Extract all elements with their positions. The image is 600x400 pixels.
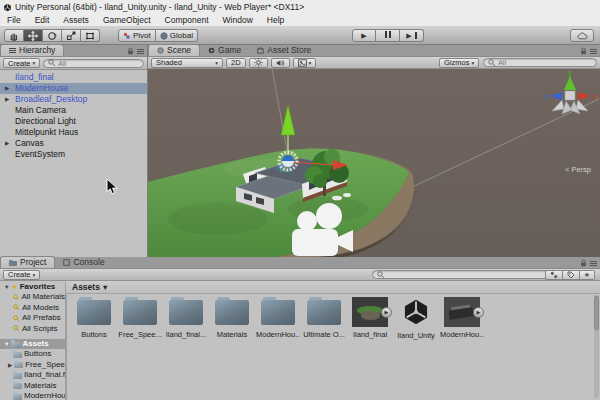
scale-tool-button[interactable] <box>62 29 81 42</box>
rect-tool-button[interactable] <box>81 29 100 42</box>
tree-item-free-speed[interactable]: ▶Free_Speed <box>0 360 65 370</box>
global-toggle-button[interactable]: Global <box>156 29 198 42</box>
console-tab-icon <box>63 259 70 266</box>
save-search-button[interactable]: ★ <box>580 270 595 280</box>
tab-hierarchy[interactable]: Hierarchy <box>0 44 64 56</box>
saved-search-icon <box>13 315 20 322</box>
assets-root[interactable]: ▼Assets <box>0 339 65 349</box>
expand-arrow-icon[interactable]: ▶ <box>8 360 12 370</box>
rotate-icon <box>47 31 57 41</box>
folder-icon <box>13 373 22 379</box>
tree-item-buttons[interactable]: Buttons <box>0 349 65 359</box>
effects-dropdown-button[interactable]: ▾ <box>293 58 317 68</box>
hand-tool-button[interactable] <box>4 29 24 42</box>
breadcrumb-assets[interactable]: Assets <box>72 282 100 292</box>
expand-badge-icon[interactable]: ▶ <box>473 307 484 318</box>
panel-menu-icon[interactable] <box>590 48 597 55</box>
search-by-label-button[interactable] <box>563 270 580 280</box>
hierarchy-item-iland-final[interactable]: Iland_final <box>0 72 147 83</box>
asset-model-iland-final[interactable]: ▶ Iland_final <box>348 297 392 339</box>
light-gizmo-icon[interactable] <box>277 150 299 172</box>
collapse-arrow-icon[interactable]: ▼ <box>4 282 9 292</box>
tree-item-all-scripts[interactable]: All Scripts <box>0 324 65 334</box>
scrollbar-thumb[interactable] <box>594 296 599 330</box>
hierarchy-item-broadleaf-desktop[interactable]: ▶Broadleaf_Desktop <box>0 94 147 105</box>
collapse-arrow-icon[interactable]: ▼ <box>4 339 9 349</box>
expand-arrow-icon[interactable]: ▶ <box>5 83 9 94</box>
hierarchy-item-modernhouse[interactable]: ▶ModernHouse <box>0 83 147 94</box>
scene-viewport[interactable]: y x z < Persp <box>148 69 600 258</box>
tab-game[interactable]: Game <box>200 44 249 56</box>
hierarchy-create-button[interactable]: Create▾ <box>3 58 40 68</box>
hierarchy-item-main-camera[interactable]: Main Camera <box>0 105 147 116</box>
shading-mode-dropdown[interactable]: Shaded▾ <box>151 58 223 68</box>
asset-scene-iland-unity[interactable]: Iland_Unity <box>394 297 438 340</box>
pivot-toggle-button[interactable]: Pivot <box>118 29 156 42</box>
lock-icon[interactable] <box>580 47 587 55</box>
tab-project[interactable]: Project <box>0 256 55 268</box>
tab-asset-store[interactable]: Asset Store <box>249 44 319 56</box>
folder-icon <box>123 300 157 325</box>
asset-folder-free-speed[interactable]: Free_Spee... <box>118 297 162 339</box>
tree-item-all-models[interactable]: All Models <box>0 303 65 313</box>
persp-label[interactable]: < Persp <box>565 165 591 174</box>
tree-item-iland-final[interactable]: Iland_final.f <box>0 370 65 380</box>
asset-folder-buttons[interactable]: Buttons <box>72 297 116 339</box>
tree-item-modernhouse[interactable]: ModernHous <box>0 391 65 400</box>
tab-console[interactable]: Console <box>55 256 112 268</box>
tree-item-all-materials[interactable]: All Materials <box>0 292 65 302</box>
bench-object[interactable] <box>332 196 342 201</box>
gizmos-dropdown[interactable]: Gizmos▾ <box>439 58 479 68</box>
lighting-toggle-button[interactable] <box>249 58 268 68</box>
menu-component[interactable]: Component <box>158 14 216 27</box>
hierarchy-item-eventsystem[interactable]: EventSystem <box>0 149 147 160</box>
lock-icon[interactable] <box>127 47 134 55</box>
menu-file[interactable]: File <box>0 14 28 27</box>
expand-arrow-icon[interactable]: ▶ <box>5 138 9 149</box>
project-search-input[interactable] <box>372 270 552 279</box>
grid-scrollbar[interactable] <box>594 295 599 398</box>
star-icon: ★ <box>584 271 590 279</box>
tree-item-materials[interactable]: Materials <box>0 381 65 391</box>
expand-arrow-icon[interactable]: ▶ <box>5 94 9 105</box>
asset-model-modernhouse[interactable]: ▶ ModernHou... <box>440 297 484 339</box>
bench-object[interactable] <box>343 193 351 197</box>
cloud-services-button[interactable] <box>570 29 594 42</box>
folder-icon <box>77 300 111 325</box>
hierarchy-item-canvas[interactable]: ▶Canvas <box>0 138 147 149</box>
expand-badge-icon[interactable]: ▶ <box>381 307 392 318</box>
window-title: Unity Personal (64bit) - Iland_Unity.uni… <box>15 2 304 12</box>
audio-toggle-button[interactable] <box>271 58 290 68</box>
panel-menu-icon[interactable] <box>137 48 144 55</box>
move-tool-button[interactable] <box>24 29 43 42</box>
scene-toolbar: Shaded▾ 2D ▾ Gizmos▾ All <box>148 57 600 69</box>
tree-item-all-prefabs[interactable]: All Prefabs <box>0 313 65 323</box>
sun-icon <box>254 58 263 67</box>
pause-button[interactable] <box>376 29 400 42</box>
2d-toggle-button[interactable]: 2D <box>226 58 246 68</box>
hierarchy-icon <box>9 47 16 54</box>
menu-window[interactable]: Window <box>216 14 260 27</box>
menu-edit[interactable]: Edit <box>28 14 57 27</box>
hierarchy-item-directional-light[interactable]: Directional Light <box>0 116 147 127</box>
menu-help[interactable]: Help <box>260 14 291 27</box>
favorites-root[interactable]: ▼★Favorites <box>0 282 65 292</box>
scene-search-input[interactable]: All <box>483 58 597 67</box>
hierarchy-item-mittelpunkt-haus[interactable]: Mittelpunkt Haus <box>0 127 147 138</box>
asset-folder-modernhouse[interactable]: ModernHou... <box>256 297 300 339</box>
asset-folder-iland-final[interactable]: Iland_final... <box>164 297 208 339</box>
asset-folder-ultimate[interactable]: Ultimate O... <box>302 297 346 339</box>
rotate-tool-button[interactable] <box>43 29 62 42</box>
tab-scene[interactable]: Scene <box>148 44 200 56</box>
lock-icon[interactable] <box>580 259 587 267</box>
menu-assets[interactable]: Assets <box>56 14 96 27</box>
step-button[interactable]: ▶ <box>400 29 424 42</box>
pivot-global-group: Pivot Global <box>118 29 198 42</box>
panel-menu-icon[interactable] <box>590 260 597 267</box>
search-by-type-button[interactable] <box>545 270 563 280</box>
menu-gameobject[interactable]: GameObject <box>96 14 158 27</box>
play-button[interactable]: ▶ <box>352 29 376 42</box>
asset-folder-materials[interactable]: Materials <box>210 297 254 339</box>
project-create-button[interactable]: Create▾ <box>3 270 40 280</box>
hierarchy-search-input[interactable]: All <box>43 59 144 68</box>
